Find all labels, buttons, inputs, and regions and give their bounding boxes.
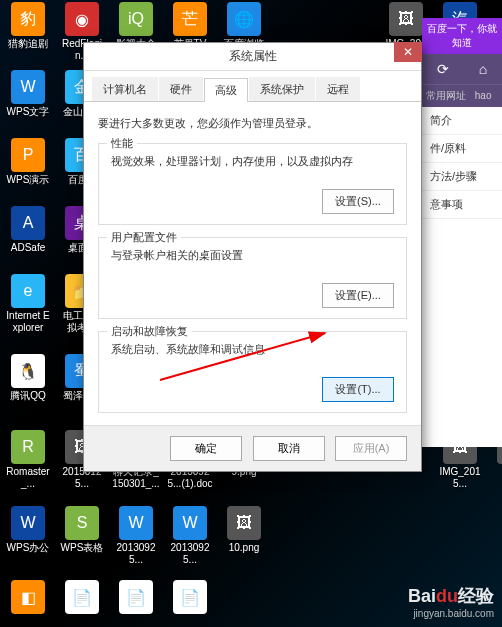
system-properties-dialog: 系统属性 ✕ 计算机名 硬件 高级 系统保护 远程 要进行大多数更改，您必须作为…	[83, 42, 422, 472]
desktop-icon[interactable]: WWPS文字	[4, 70, 52, 118]
group-legend: 用户配置文件	[107, 230, 181, 245]
app-icon: 芒	[173, 2, 207, 36]
refresh-icon[interactable]: ⟳	[437, 61, 449, 77]
icon-label: 20130925...	[166, 542, 214, 566]
tab-hardware[interactable]: 硬件	[159, 77, 203, 101]
toc-row[interactable]: 件/原料	[422, 135, 502, 163]
toc-row[interactable]: 简介	[422, 107, 502, 135]
performance-settings-button[interactable]: 设置(S)...	[322, 189, 394, 214]
ie-icon: e	[11, 274, 45, 308]
desktop-icon[interactable]: 📄	[58, 580, 106, 616]
icon-label: WPS表格	[58, 542, 106, 554]
desktop-icon[interactable]: ◧	[4, 580, 52, 616]
desktop-icon[interactable]: PWPS演示	[4, 138, 52, 186]
startup-recovery-group: 启动和故障恢复 系统启动、系统故障和调试信息 设置(T)...	[98, 331, 407, 413]
startup-settings-button[interactable]: 设置(T)...	[322, 377, 394, 402]
wm-brand: du	[436, 586, 458, 606]
wps-icon: P	[11, 138, 45, 172]
tab-advanced[interactable]: 高级	[204, 78, 248, 102]
image-icon: 🖼	[227, 506, 261, 540]
desktop-icon[interactable]: 📄	[166, 580, 214, 616]
file-icon: 📄	[173, 580, 207, 614]
icon-label: 腾讯QQ	[4, 390, 52, 402]
qq-icon: 🐧	[11, 354, 45, 388]
icon-label: IM	[490, 466, 502, 478]
icon-label: WPS办公	[4, 542, 52, 554]
browser-favorites: 常用网址 hao	[422, 84, 502, 107]
browser-content: 简介 件/原料 方法/步骤 意事项	[422, 107, 502, 447]
desktop-icon[interactable]: eInternet Explorer	[4, 274, 52, 334]
browser-titlebar: 百度一下，你就知道	[422, 18, 502, 54]
performance-group: 性能 视觉效果，处理器计划，内存使用，以及虚拟内存 设置(S)...	[98, 143, 407, 225]
group-desc: 与登录帐户相关的桌面设置	[111, 248, 394, 263]
wm-brand: 经验	[458, 586, 494, 606]
icon-label: ADSafe	[4, 242, 52, 254]
wm-url: jingyan.baidu.com	[408, 608, 494, 619]
file-icon: 📄	[119, 580, 153, 614]
doc-icon: W	[119, 506, 153, 540]
icon-label: 猎豹追剧	[4, 38, 52, 50]
file-icon: 📄	[65, 580, 99, 614]
group-desc: 视觉效果，处理器计划，内存使用，以及虚拟内存	[111, 154, 394, 169]
icon-label: WPS演示	[4, 174, 52, 186]
wps-icon: W	[11, 70, 45, 104]
dialog-titlebar[interactable]: 系统属性 ✕	[84, 43, 421, 71]
fav-hao[interactable]: hao	[475, 90, 492, 101]
fav-label[interactable]: 常用网址	[426, 90, 466, 101]
apply-button[interactable]: 应用(A)	[335, 436, 407, 461]
tab-system-protection[interactable]: 系统保护	[249, 77, 315, 101]
dialog-title: 系统属性	[84, 48, 421, 65]
group-legend: 启动和故障恢复	[107, 324, 192, 339]
desktop-icon[interactable]: W20130925...	[112, 506, 160, 566]
ok-button[interactable]: 确定	[170, 436, 242, 461]
baidu-watermark: Baidu经验 jingyan.baidu.com	[408, 584, 494, 619]
tab-remote[interactable]: 远程	[316, 77, 360, 101]
browser-icon: 🌐	[227, 2, 261, 36]
app-icon: A	[11, 206, 45, 240]
dialog-footer: 确定 取消 应用(A)	[84, 425, 421, 471]
icon-label: IMG_2015...	[436, 466, 484, 490]
dialog-body: 要进行大多数更改，您必须作为管理员登录。 性能 视觉效果，处理器计划，内存使用，…	[84, 102, 421, 460]
wps-icon: S	[65, 506, 99, 540]
group-legend: 性能	[107, 136, 137, 151]
close-button[interactable]: ✕	[394, 42, 422, 62]
profile-settings-button[interactable]: 设置(E)...	[322, 283, 394, 308]
desktop-icon[interactable]: SWPS表格	[58, 506, 106, 554]
browser-window: 百度一下，你就知道 ⟳ ⌂ 常用网址 hao 简介 件/原料 方法/步骤 意事项	[422, 18, 502, 438]
app-icon: ◧	[11, 580, 45, 614]
group-desc: 系统启动、系统故障和调试信息	[111, 342, 394, 357]
cancel-button[interactable]: 取消	[253, 436, 325, 461]
desktop-icon[interactable]: 📄	[112, 580, 160, 616]
desktop-icon[interactable]: W20130925...	[166, 506, 214, 566]
user-profile-group: 用户配置文件 与登录帐户相关的桌面设置 设置(E)...	[98, 237, 407, 319]
dialog-tabs: 计算机名 硬件 高级 系统保护 远程	[84, 71, 421, 102]
icon-label: Romaster_...	[4, 466, 52, 490]
app-icon: 豹	[11, 2, 45, 36]
toc-row[interactable]: 意事项	[422, 191, 502, 219]
disc-icon: ◉	[65, 2, 99, 36]
toc-row[interactable]: 方法/步骤	[422, 163, 502, 191]
desktop-icon[interactable]: 豹猎豹追剧	[4, 2, 52, 50]
wps-icon: W	[11, 506, 45, 540]
tab-computer-name[interactable]: 计算机名	[92, 77, 158, 101]
home-icon[interactable]: ⌂	[479, 61, 487, 77]
icon-label: WPS文字	[4, 106, 52, 118]
browser-toolbar: ⟳ ⌂	[422, 54, 502, 84]
app-icon: iQ	[119, 2, 153, 36]
doc-icon: W	[173, 506, 207, 540]
icon-label: 10.png	[220, 542, 268, 554]
desktop-icon[interactable]: WWPS办公	[4, 506, 52, 554]
wm-brand: Bai	[408, 586, 436, 606]
image-icon: 🖼	[389, 2, 423, 36]
app-icon: R	[11, 430, 45, 464]
desktop-icon[interactable]: 🖼10.png	[220, 506, 268, 554]
admin-notice: 要进行大多数更改，您必须作为管理员登录。	[98, 116, 407, 131]
close-icon: ✕	[403, 45, 413, 59]
desktop-icon[interactable]: RRomaster_...	[4, 430, 52, 490]
icon-label: Internet Explorer	[4, 310, 52, 334]
desktop-icon[interactable]: 🐧腾讯QQ	[4, 354, 52, 402]
desktop-icon[interactable]: AADSafe	[4, 206, 52, 254]
icon-label: 20130925...	[112, 542, 160, 566]
